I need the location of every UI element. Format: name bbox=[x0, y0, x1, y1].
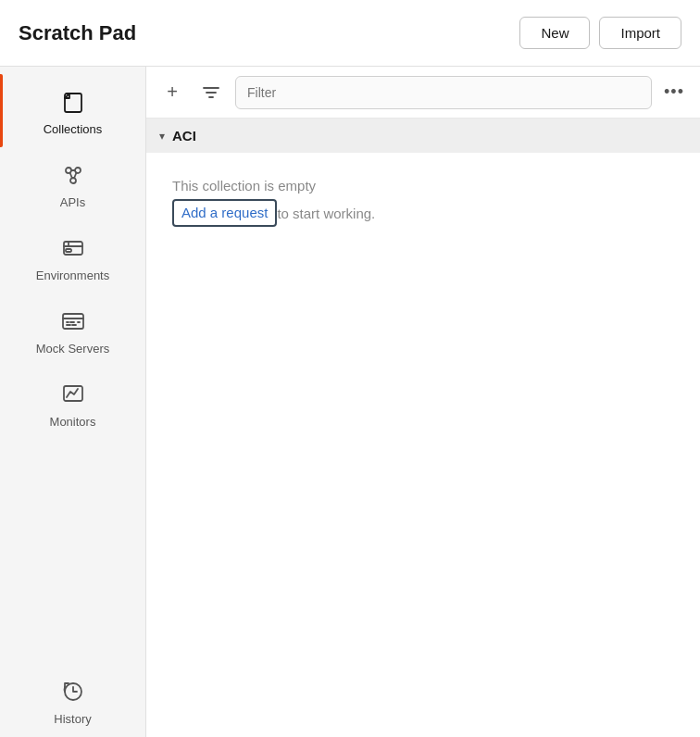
empty-state-action-line: Add a request to start working. bbox=[172, 199, 674, 227]
environments-icon bbox=[58, 233, 88, 263]
add-request-link[interactable]: Add a request bbox=[181, 205, 268, 220]
svg-line-6 bbox=[74, 173, 77, 179]
sidebar-label-apis: APIs bbox=[60, 195, 85, 209]
sidebar: Collections APIs bbox=[0, 67, 146, 737]
main-layout: Collections APIs bbox=[0, 67, 700, 737]
apis-icon bbox=[58, 160, 88, 190]
collection-name: ACI bbox=[172, 128, 196, 144]
sidebar-label-collections: Collections bbox=[44, 122, 103, 136]
svg-line-5 bbox=[69, 173, 72, 179]
sidebar-item-apis[interactable]: APIs bbox=[0, 147, 145, 220]
sidebar-item-monitors[interactable]: Monitors bbox=[0, 367, 145, 440]
mock-servers-icon bbox=[58, 306, 88, 336]
collection-header[interactable]: ▾ ACI bbox=[146, 119, 700, 153]
more-options-button[interactable]: ••• bbox=[659, 78, 689, 107]
empty-description-after: to start working. bbox=[277, 206, 375, 221]
sidebar-item-environments[interactable]: Environments bbox=[0, 220, 145, 294]
svg-point-3 bbox=[70, 178, 76, 183]
sidebar-item-collections[interactable]: Collections bbox=[0, 74, 145, 147]
add-request-highlight-box: Add a request bbox=[172, 199, 277, 227]
collections-icon bbox=[58, 87, 88, 117]
empty-state-text: This collection is empty bbox=[172, 175, 674, 197]
sidebar-label-history: History bbox=[54, 712, 91, 726]
sidebar-item-history[interactable]: History bbox=[0, 664, 145, 737]
new-button[interactable]: New bbox=[519, 17, 590, 49]
empty-state: This collection is empty Add a request t… bbox=[146, 153, 700, 249]
search-input[interactable] bbox=[235, 76, 652, 109]
history-icon bbox=[58, 677, 88, 706]
sidebar-spacer bbox=[0, 440, 145, 664]
sidebar-label-environments: Environments bbox=[36, 269, 109, 282]
sidebar-label-monitors: Monitors bbox=[50, 415, 96, 429]
add-collection-button[interactable]: + bbox=[157, 78, 187, 107]
app-title: Scratch Pad bbox=[19, 21, 136, 45]
empty-description-before: This collection is empty bbox=[172, 175, 316, 197]
svg-rect-11 bbox=[63, 314, 83, 329]
monitors-icon bbox=[58, 380, 88, 409]
filter-icon[interactable] bbox=[194, 76, 228, 109]
sidebar-item-mock-servers[interactable]: Mock Servers bbox=[0, 294, 145, 367]
svg-rect-10 bbox=[66, 249, 71, 252]
content-area: + ••• ▾ ACI This collection is empty bbox=[146, 67, 700, 737]
sidebar-label-mock-servers: Mock Servers bbox=[36, 342, 109, 356]
header-actions: New Import bbox=[519, 17, 681, 49]
chevron-down-icon: ▾ bbox=[159, 130, 165, 143]
toolbar: + ••• bbox=[146, 67, 700, 119]
header: Scratch Pad New Import bbox=[0, 0, 700, 67]
import-button[interactable]: Import bbox=[599, 17, 681, 49]
